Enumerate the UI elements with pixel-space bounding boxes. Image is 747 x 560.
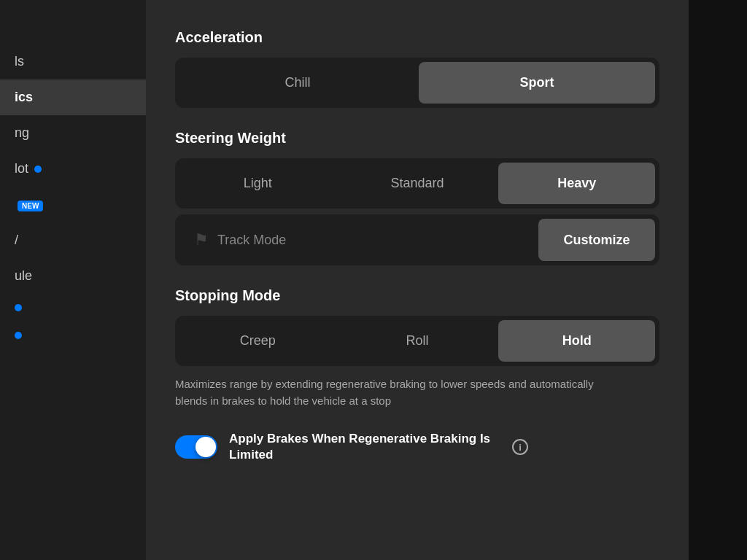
sidebar-item-slash[interactable]: / — [0, 222, 146, 258]
stopping-creep-button[interactable]: Creep — [179, 320, 336, 362]
stopping-mode-title: Stopping Mode — [175, 287, 659, 304]
stopping-mode-section: Stopping Mode Creep Roll Hold Maximizes … — [175, 287, 659, 409]
track-mode-row: ⚑ Track Mode Customize — [175, 214, 659, 265]
sidebar-item-dot2[interactable] — [0, 322, 146, 349]
info-icon[interactable]: i — [512, 439, 528, 455]
acceleration-chill-button[interactable]: Chill — [179, 62, 416, 104]
track-mode-label: Track Mode — [217, 233, 286, 248]
sidebar-item-ule[interactable]: ule — [0, 258, 146, 294]
blue-dot-2 — [15, 332, 22, 339]
sidebar: ls ics ng lot NEW / ule — [0, 0, 146, 560]
acceleration-button-group: Chill Sport — [175, 58, 659, 108]
apply-brakes-row: Apply Brakes When Regenerative Braking I… — [175, 431, 659, 463]
flag-icon: ⚑ — [194, 230, 209, 249]
new-badge: NEW — [18, 201, 43, 211]
steering-weight-section: Steering Weight Light Standard Heavy ⚑ T… — [175, 130, 659, 265]
right-panel — [689, 0, 747, 560]
stopping-mode-description: Maximizes range by extending regenerativ… — [175, 376, 613, 409]
apply-brakes-label: Apply Brakes When Regenerative Braking I… — [229, 431, 506, 463]
steering-light-button[interactable]: Light — [179, 163, 336, 204]
acceleration-section: Acceleration Chill Sport — [175, 29, 659, 108]
steering-weight-title: Steering Weight — [175, 130, 659, 147]
stopping-roll-button[interactable]: Roll — [339, 320, 496, 362]
sidebar-item-ls[interactable]: ls — [0, 44, 146, 79]
steering-weight-button-group: Light Standard Heavy — [175, 158, 659, 209]
steering-heavy-button[interactable]: Heavy — [498, 163, 655, 204]
acceleration-title: Acceleration — [175, 29, 659, 46]
customize-button[interactable]: Customize — [538, 219, 655, 261]
stopping-hold-button[interactable]: Hold — [498, 320, 655, 362]
acceleration-sport-button[interactable]: Sport — [419, 62, 655, 104]
blue-dot-1 — [15, 304, 22, 311]
sidebar-item-dot1[interactable] — [0, 294, 146, 322]
apply-brakes-label-row: Apply Brakes When Regenerative Braking I… — [229, 431, 528, 463]
main-content: Acceleration Chill Sport Steering Weight… — [146, 0, 689, 560]
sidebar-item-ics[interactable]: ics — [0, 79, 146, 115]
track-mode-left: ⚑ Track Mode — [179, 219, 535, 261]
steering-standard-button[interactable]: Standard — [339, 163, 496, 204]
sidebar-item-lot[interactable]: lot — [0, 151, 146, 187]
stopping-mode-button-group: Creep Roll Hold — [175, 316, 659, 366]
apply-brakes-toggle[interactable] — [175, 435, 217, 459]
toggle-knob — [196, 437, 216, 457]
blue-dot-lot — [34, 166, 42, 173]
sidebar-item-ng[interactable]: ng — [0, 115, 146, 151]
sidebar-item-new[interactable]: NEW — [0, 187, 146, 222]
